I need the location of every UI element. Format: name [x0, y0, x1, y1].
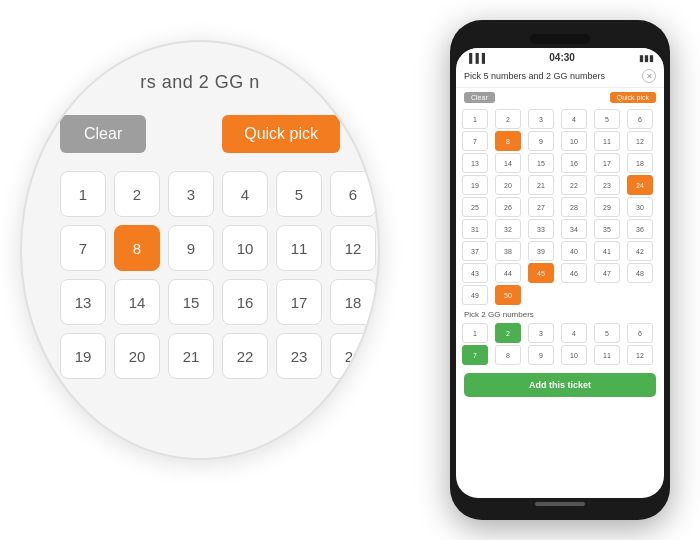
phone-main-number-36[interactable]: 36 [627, 219, 653, 239]
phone-main-number-33[interactable]: 33 [528, 219, 554, 239]
phone-main-number-13[interactable]: 13 [462, 153, 488, 173]
magnifier-number-21[interactable]: 21 [168, 333, 214, 379]
magnifier-number-12[interactable]: 12 [330, 225, 376, 271]
clear-button[interactable]: Clear [60, 115, 146, 153]
phone-gg-number-9[interactable]: 9 [528, 345, 554, 365]
phone-main-number-7[interactable]: 7 [462, 131, 488, 151]
magnifier-number-18[interactable]: 18 [330, 279, 376, 325]
phone-main-number-38[interactable]: 38 [495, 241, 521, 261]
phone-gg-number-5[interactable]: 5 [594, 323, 620, 343]
phone-main-number-31[interactable]: 31 [462, 219, 488, 239]
phone-gg-number-11[interactable]: 11 [594, 345, 620, 365]
phone-main-number-48[interactable]: 48 [627, 263, 653, 283]
phone-main-number-4[interactable]: 4 [561, 109, 587, 129]
phone-main-number-6[interactable]: 6 [627, 109, 653, 129]
magnifier-number-14[interactable]: 14 [114, 279, 160, 325]
phone-header-title: Pick 5 numbers and 2 GG numbers [464, 71, 642, 81]
phone-main-number-34[interactable]: 34 [561, 219, 587, 239]
magnifier-number-16[interactable]: 16 [222, 279, 268, 325]
phone-main-number-35[interactable]: 35 [594, 219, 620, 239]
phone-main-number-39[interactable]: 39 [528, 241, 554, 261]
phone-main-number-3[interactable]: 3 [528, 109, 554, 129]
phone-main-number-26[interactable]: 26 [495, 197, 521, 217]
magnifier-number-2[interactable]: 2 [114, 171, 160, 217]
phone-gg-number-1[interactable]: 1 [462, 323, 488, 343]
phone-main-number-20[interactable]: 20 [495, 175, 521, 195]
phone-main-number-32[interactable]: 32 [495, 219, 521, 239]
gg-section-label: Pick 2 GG numbers [456, 307, 664, 321]
magnifier-circle: rs and 2 GG n Clear Quick pick 123456789… [20, 40, 380, 460]
magnifier-number-13[interactable]: 13 [60, 279, 106, 325]
quickpick-button[interactable]: Quick pick [222, 115, 340, 153]
status-bar: ▐▐▐ 04:30 ▮▮▮ [456, 48, 664, 65]
magnifier-number-22[interactable]: 22 [222, 333, 268, 379]
phone-gg-number-2[interactable]: 2 [495, 323, 521, 343]
magnifier-number-6[interactable]: 6 [330, 171, 376, 217]
phone-gg-number-6[interactable]: 6 [627, 323, 653, 343]
phone-main-number-27[interactable]: 27 [528, 197, 554, 217]
phone-main-number-22[interactable]: 22 [561, 175, 587, 195]
phone-main-number-46[interactable]: 46 [561, 263, 587, 283]
phone-gg-number-3[interactable]: 3 [528, 323, 554, 343]
phone-main-number-30[interactable]: 30 [627, 197, 653, 217]
phone-main-number-37[interactable]: 37 [462, 241, 488, 261]
magnifier-number-10[interactable]: 10 [222, 225, 268, 271]
phone-main-number-40[interactable]: 40 [561, 241, 587, 261]
phone-main-number-21[interactable]: 21 [528, 175, 554, 195]
phone-main-number-28[interactable]: 28 [561, 197, 587, 217]
phone-main-number-44[interactable]: 44 [495, 263, 521, 283]
phone-main-number-41[interactable]: 41 [594, 241, 620, 261]
magnifier-number-19[interactable]: 19 [60, 333, 106, 379]
phone-main-number-42[interactable]: 42 [627, 241, 653, 261]
phone-main-number-12[interactable]: 12 [627, 131, 653, 151]
phone-gg-number-7[interactable]: 7 [462, 345, 488, 365]
phone-main-number-8[interactable]: 8 [495, 131, 521, 151]
phone-gg-number-12[interactable]: 12 [627, 345, 653, 365]
phone-close-button[interactable]: ✕ [642, 69, 656, 83]
phone-main-number-9[interactable]: 9 [528, 131, 554, 151]
phone-main-number-43[interactable]: 43 [462, 263, 488, 283]
phone-main-number-10[interactable]: 10 [561, 131, 587, 151]
phone-main-number-15[interactable]: 15 [528, 153, 554, 173]
magnifier-number-4[interactable]: 4 [222, 171, 268, 217]
phone-main-number-25[interactable]: 25 [462, 197, 488, 217]
magnifier-number-15[interactable]: 15 [168, 279, 214, 325]
phone-main-number-1[interactable]: 1 [462, 109, 488, 129]
phone-main-number-49[interactable]: 49 [462, 285, 488, 305]
magnifier-number-3[interactable]: 3 [168, 171, 214, 217]
magnifier-number-24[interactable]: 24 [330, 333, 376, 379]
phone-main-number-2[interactable]: 2 [495, 109, 521, 129]
phone-main-number-11[interactable]: 11 [594, 131, 620, 151]
phone-main-number-29[interactable]: 29 [594, 197, 620, 217]
magnifier-number-8[interactable]: 8 [114, 225, 160, 271]
phone-main-number-23[interactable]: 23 [594, 175, 620, 195]
phone-main-number-19[interactable]: 19 [462, 175, 488, 195]
magnifier-title: rs and 2 GG n [140, 72, 260, 93]
phone-gg-number-8[interactable]: 8 [495, 345, 521, 365]
magnifier-number-17[interactable]: 17 [276, 279, 322, 325]
phone-quickpick-button[interactable]: Quick pick [610, 92, 656, 103]
phone-main-number-14[interactable]: 14 [495, 153, 521, 173]
magnifier-number-23[interactable]: 23 [276, 333, 322, 379]
magnifier-number-5[interactable]: 5 [276, 171, 322, 217]
magnifier-number-9[interactable]: 9 [168, 225, 214, 271]
magnifier-number-1[interactable]: 1 [60, 171, 106, 217]
magnifier-number-11[interactable]: 11 [276, 225, 322, 271]
magnifier-number-20[interactable]: 20 [114, 333, 160, 379]
phone-main-number-16[interactable]: 16 [561, 153, 587, 173]
phone-main-number-50[interactable]: 50 [495, 285, 521, 305]
time-display: 04:30 [549, 52, 575, 63]
phone-home-bar [535, 502, 585, 506]
phone-main-number-47[interactable]: 47 [594, 263, 620, 283]
phone-main-number-45[interactable]: 45 [528, 263, 554, 283]
phone-main-number-24[interactable]: 24 [627, 175, 653, 195]
phone-gg-grid: 123456789101112 [456, 321, 664, 367]
magnifier-number-7[interactable]: 7 [60, 225, 106, 271]
add-ticket-button[interactable]: Add this ticket [464, 373, 656, 397]
phone-gg-number-10[interactable]: 10 [561, 345, 587, 365]
phone-main-number-5[interactable]: 5 [594, 109, 620, 129]
phone-gg-number-4[interactable]: 4 [561, 323, 587, 343]
phone-clear-button[interactable]: Clear [464, 92, 495, 103]
phone-main-number-18[interactable]: 18 [627, 153, 653, 173]
phone-main-number-17[interactable]: 17 [594, 153, 620, 173]
